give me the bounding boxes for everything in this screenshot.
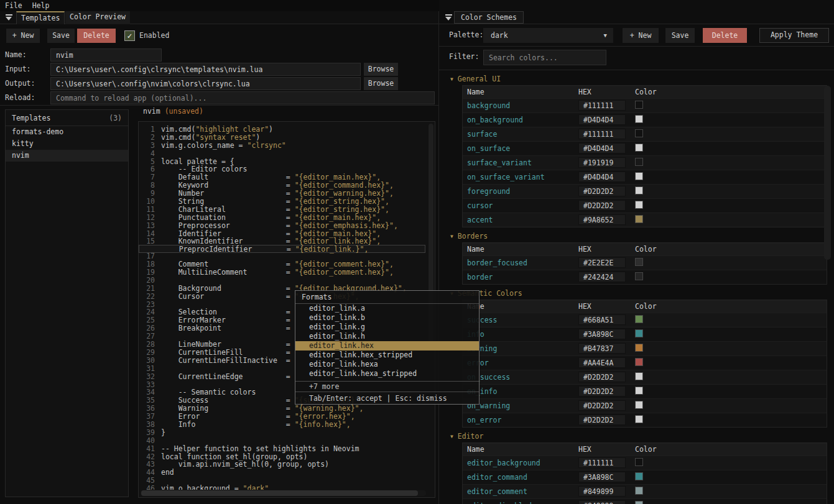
- input-browse-button[interactable]: Browse: [364, 63, 398, 76]
- hex-value-input[interactable]: #D2D2D2: [578, 200, 626, 211]
- color-row[interactable]: on_success#D2D2D2: [463, 370, 827, 384]
- color-swatch[interactable]: [635, 387, 643, 395]
- popup-item-selected[interactable]: editor_link.hex: [295, 341, 479, 351]
- popup-item[interactable]: editor_link.hexa: [295, 360, 479, 369]
- editor-horizontal-scrollbar[interactable]: [141, 490, 426, 496]
- color-row[interactable]: on_warning#D2D2D2: [463, 398, 827, 413]
- code-line[interactable]: 39}: [139, 429, 429, 437]
- color-row[interactable]: editor_disabled#849899: [463, 498, 827, 504]
- hex-value-input[interactable]: #D2D2D2: [578, 400, 626, 411]
- color-row[interactable]: on_background#D4D4D4: [463, 112, 827, 127]
- hex-value-input[interactable]: #9A8652: [578, 214, 626, 225]
- color-row[interactable]: info#3A898C: [463, 327, 827, 341]
- collapse-panel-icon[interactable]: [445, 14, 452, 21]
- hex-value-input[interactable]: #D2D2D2: [578, 415, 626, 425]
- popup-item[interactable]: editor_link.hexa_stripped: [295, 369, 479, 378]
- hex-value-input[interactable]: #849899: [578, 486, 626, 497]
- hex-value-input[interactable]: #D2D2D2: [578, 372, 626, 382]
- new-template-button[interactable]: + New: [6, 29, 40, 43]
- color-row[interactable]: border_focused#2E2E2E: [463, 255, 827, 270]
- tab-color-schemes[interactable]: Color Schemes: [454, 11, 524, 24]
- color-filter-input[interactable]: [483, 50, 606, 65]
- code-line[interactable]: 43 vim.api.nvim_set_hl(0, group, opts): [139, 460, 429, 469]
- input-path-field[interactable]: [50, 63, 361, 76]
- hex-value-input[interactable]: #668A51: [578, 314, 626, 325]
- color-swatch[interactable]: [635, 501, 643, 504]
- hex-value-input[interactable]: #B47837: [578, 343, 626, 354]
- output-path-field[interactable]: [50, 77, 361, 90]
- color-row[interactable]: accent#9A8652: [463, 213, 827, 227]
- hex-value-input[interactable]: #D4D4D4: [578, 114, 626, 125]
- output-browse-button[interactable]: Browse: [364, 77, 398, 90]
- template-list-item[interactable]: nvim: [6, 150, 128, 162]
- popup-item[interactable]: editor_link.hex_stripped: [295, 351, 479, 360]
- color-swatch[interactable]: [635, 172, 643, 180]
- name-input[interactable]: [50, 48, 162, 62]
- color-swatch[interactable]: [635, 144, 643, 152]
- hex-value-input[interactable]: #D4D4D4: [578, 172, 626, 182]
- save-template-button[interactable]: Save: [47, 29, 75, 43]
- code-line[interactable]: 38 Info = "{info.hex}",: [139, 421, 429, 429]
- hex-value-input[interactable]: #3A898C: [578, 329, 626, 339]
- hex-value-input[interactable]: #111111: [578, 457, 626, 468]
- color-row[interactable]: on_surface_variant#D4D4D4: [463, 170, 827, 184]
- color-swatch[interactable]: [635, 344, 643, 352]
- color-row[interactable]: border#242424: [463, 270, 827, 284]
- code-line[interactable]: 46vim.o.background = "dark": [139, 485, 429, 490]
- color-row[interactable]: foreground#D2D2D2: [463, 184, 827, 198]
- save-palette-button[interactable]: Save: [665, 28, 695, 43]
- color-swatch[interactable]: [635, 458, 643, 466]
- menu-file[interactable]: File: [0, 0, 27, 11]
- tab-templates[interactable]: Templates: [16, 11, 65, 24]
- hex-value-input[interactable]: #AA4E4A: [578, 357, 626, 368]
- color-swatch[interactable]: [635, 472, 643, 480]
- hex-value-input[interactable]: #2E2E2E: [578, 257, 626, 268]
- template-list-item[interactable]: kitty: [6, 138, 128, 150]
- color-row[interactable]: error#AA4E4A: [463, 355, 827, 370]
- color-row[interactable]: surface#111111: [463, 127, 827, 141]
- color-row[interactable]: surface_variant#191919: [463, 155, 827, 170]
- color-swatch[interactable]: [635, 158, 643, 166]
- popup-item[interactable]: editor_link.a: [295, 304, 479, 313]
- color-swatch[interactable]: [635, 372, 643, 380]
- enabled-checkbox[interactable]: ✓: [124, 30, 135, 41]
- color-swatch[interactable]: [635, 215, 643, 223]
- palette-dropdown[interactable]: dark ▼: [483, 28, 613, 43]
- color-swatch[interactable]: [635, 115, 643, 123]
- tab-color-preview[interactable]: Color Preview: [65, 11, 130, 24]
- section-header[interactable]: ▼Borders: [450, 231, 834, 241]
- color-swatch[interactable]: [635, 186, 643, 195]
- color-swatch[interactable]: [635, 487, 643, 495]
- color-swatch[interactable]: [635, 201, 643, 209]
- color-swatch[interactable]: [635, 415, 643, 423]
- code-line[interactable]: 19 MultiLineComment = "{editor_comment.h…: [139, 268, 429, 277]
- code-line[interactable]: 44end: [139, 469, 429, 477]
- menu-help[interactable]: Help: [27, 0, 55, 11]
- popup-item[interactable]: editor_link.h: [295, 332, 479, 341]
- color-row[interactable]: editor_background#111111: [463, 456, 827, 470]
- color-swatch[interactable]: [635, 329, 643, 337]
- delete-template-button[interactable]: Delete: [77, 29, 116, 43]
- popup-item[interactable]: editor_link.b: [295, 313, 479, 323]
- color-row[interactable]: background#111111: [463, 98, 827, 112]
- hex-value-input[interactable]: #D2D2D2: [578, 386, 626, 396]
- reload-command-field[interactable]: [50, 91, 435, 104]
- color-swatch[interactable]: [635, 258, 643, 266]
- section-header[interactable]: ▼Semantic Colors: [450, 288, 834, 298]
- color-swatch[interactable]: [635, 315, 643, 323]
- collapse-panel-icon[interactable]: [6, 14, 12, 21]
- hex-value-input[interactable]: #111111: [578, 129, 626, 139]
- delete-palette-button[interactable]: Delete: [703, 28, 747, 43]
- palette-scrollbar[interactable]: [824, 75, 831, 502]
- color-row[interactable]: editor_command#3A898C: [463, 470, 827, 484]
- color-swatch[interactable]: [635, 272, 643, 280]
- color-swatch[interactable]: [635, 358, 643, 366]
- hex-value-input[interactable]: #111111: [578, 100, 626, 111]
- code-line[interactable]: 3vim.g.colors_name = "clrsync": [139, 142, 429, 150]
- new-palette-button[interactable]: + New: [623, 28, 659, 43]
- section-header[interactable]: ▼General UI: [450, 74, 834, 84]
- hex-value-input[interactable]: #191919: [578, 157, 626, 168]
- hex-value-input[interactable]: #D2D2D2: [578, 186, 626, 196]
- color-row[interactable]: success#668A51: [463, 313, 827, 327]
- color-swatch[interactable]: [635, 401, 643, 409]
